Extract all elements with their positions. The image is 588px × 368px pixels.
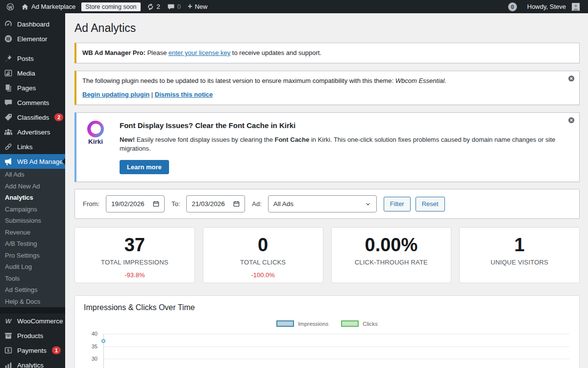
submenu-item-pro-settings[interactable]: Pro Settings bbox=[0, 250, 65, 262]
submenu-item-revenue[interactable]: Revenue bbox=[0, 227, 65, 238]
stat-label: TOTAL CLICKS bbox=[207, 259, 319, 266]
legend-item-clicks[interactable]: Clicks bbox=[341, 320, 378, 327]
main-content: Ad Analytics WB Ad Manager Pro: Please e… bbox=[65, 13, 588, 368]
to-date-input[interactable]: 21/03/2026 bbox=[186, 195, 245, 212]
calendar-icon[interactable] bbox=[152, 200, 160, 208]
kirki-font-cache-bold: Font Cache bbox=[274, 136, 309, 143]
elementor-icon bbox=[4, 34, 13, 43]
stat-value: 0.00% bbox=[336, 234, 447, 257]
sidebar-item-payments[interactable]: $Payments1 bbox=[0, 343, 65, 358]
submenu-item-tools[interactable]: Tools bbox=[0, 273, 65, 285]
legend-swatch bbox=[341, 320, 359, 327]
sidebar-item-analytics[interactable]: Analytics bbox=[0, 358, 65, 368]
updates-menu[interactable]: 2 bbox=[143, 0, 164, 13]
site-name: Ad Marketplace bbox=[31, 3, 75, 10]
megaphone-icon bbox=[4, 157, 13, 166]
sidebar-item-label: Comments bbox=[17, 99, 49, 107]
sidebar-item-dashboard[interactable]: Dashboard bbox=[0, 17, 65, 31]
enter-license-key-link[interactable]: enter your license key bbox=[169, 49, 230, 56]
to-label: To: bbox=[172, 200, 180, 208]
sidebar-main-menu: DashboardElementorPostsMediaPagesComment… bbox=[0, 17, 65, 169]
links-icon bbox=[4, 142, 13, 151]
sidebar-item-posts[interactable]: Posts bbox=[0, 51, 65, 66]
filter-button[interactable]: Filter bbox=[384, 197, 411, 211]
calendar-icon[interactable] bbox=[233, 200, 240, 208]
howdy-text: Howdy, Steve bbox=[527, 3, 566, 10]
submenu-item-ad-settings[interactable]: Ad Settings bbox=[0, 284, 65, 296]
avatar bbox=[572, 3, 580, 11]
from-date-input[interactable]: 19/02/2026 bbox=[106, 195, 165, 212]
submenu-item-all-ads[interactable]: All Ads bbox=[0, 169, 65, 181]
submenu-item-submissions[interactable]: Submissions bbox=[0, 215, 65, 227]
chart-gridline bbox=[103, 346, 569, 347]
chart-title: Impressions & Clicks Over Time bbox=[84, 303, 570, 312]
submenu-item-add-new-ad[interactable]: Add New Ad bbox=[0, 181, 65, 192]
learn-more-button[interactable]: Learn more bbox=[120, 160, 169, 174]
site-name-menu[interactable]: Ad Marketplace bbox=[18, 0, 79, 13]
tag-icon bbox=[4, 113, 13, 122]
stat-card-total-clicks: 0TOTAL CLICKS-100.0% bbox=[203, 227, 323, 283]
stat-delta: -100.0% bbox=[207, 271, 319, 279]
filter-bar: From: 19/02/2026 To: 21/03/2026 Ad: All … bbox=[74, 189, 580, 219]
sidebar-item-label: WooCommerce bbox=[17, 317, 63, 325]
dismiss-notice-icon[interactable] bbox=[567, 75, 575, 82]
coming-soon-badge[interactable]: Store coming soon bbox=[81, 2, 140, 11]
from-label: From: bbox=[83, 200, 99, 208]
sidebar-item-classifieds[interactable]: Classifieds2 bbox=[0, 110, 65, 125]
new-content-menu[interactable]: + New bbox=[184, 0, 211, 13]
stat-card-click-through-rate: 0.00%CLICK-THROUGH RATE bbox=[331, 227, 452, 283]
stat-card-unique-visitors: 1UNIQUE VISITORS bbox=[459, 227, 580, 283]
comments-icon bbox=[4, 98, 13, 107]
admin-bar-right: 0 Howdy, Steve bbox=[508, 0, 583, 13]
y-axis-tick-label: 40 bbox=[84, 331, 98, 337]
kirki-new-bold: New! bbox=[120, 136, 135, 143]
submenu-item-help-docs[interactable]: Help & Docs bbox=[0, 296, 65, 308]
sidebar-item-woocommerce[interactable]: WWooCommerce bbox=[0, 314, 65, 328]
sidebar-item-wb-ad-manager[interactable]: WB Ad Manager bbox=[0, 154, 65, 169]
wordpress-icon bbox=[6, 3, 14, 11]
account-menu[interactable]: Howdy, Steve bbox=[524, 0, 583, 13]
impressions-data-point[interactable] bbox=[101, 339, 105, 343]
sidebar: DashboardElementorPostsMediaPagesComment… bbox=[0, 13, 65, 368]
sidebar-item-products[interactable]: Products bbox=[0, 328, 65, 343]
legend-item-impressions[interactable]: Impressions bbox=[276, 320, 328, 327]
count-badge: 2 bbox=[54, 113, 63, 121]
submenu-item-analytics[interactable]: Analytics bbox=[0, 192, 65, 204]
home-icon bbox=[21, 3, 29, 11]
sidebar-item-comments[interactable]: Comments bbox=[0, 95, 65, 110]
legend-label: Clicks bbox=[363, 321, 378, 327]
sidebar-item-label: WB Ad Manager bbox=[17, 158, 65, 166]
admin-bar: Ad Marketplace Store coming soon 2 0 + N… bbox=[0, 0, 588, 13]
link-separator: | bbox=[151, 91, 153, 98]
submenu-item-campaigns[interactable]: Campaigns bbox=[0, 204, 65, 215]
comment-bubble-icon bbox=[167, 3, 175, 11]
dismiss-this-notice-link[interactable]: Dismiss this notice bbox=[155, 91, 213, 98]
active-menu-arrow-icon bbox=[62, 158, 65, 165]
wordpress-logo-menu[interactable] bbox=[3, 0, 18, 13]
legend-label: Impressions bbox=[298, 321, 328, 327]
new-label: New bbox=[195, 3, 207, 10]
stat-value: 1 bbox=[464, 234, 575, 257]
y-axis-tick-label: 30 bbox=[84, 356, 98, 362]
submenu-item-a-b-testing[interactable]: A/B Testing bbox=[0, 238, 65, 250]
kirki-notice: Kirki Font Display Issues? Clear the Fon… bbox=[74, 112, 580, 183]
chevron-down-icon bbox=[365, 201, 371, 208]
sidebar-item-label: Links bbox=[17, 143, 33, 151]
reset-button[interactable]: Reset bbox=[416, 197, 445, 211]
sidebar-item-elementor[interactable]: Elementor bbox=[0, 31, 65, 46]
sidebar-item-links[interactable]: Links bbox=[0, 139, 65, 154]
comments-count: 0 bbox=[177, 3, 181, 10]
sidebar-item-media[interactable]: Media bbox=[0, 66, 65, 80]
notification-count-badge[interactable]: 0 bbox=[508, 2, 517, 11]
pages-icon bbox=[4, 83, 13, 92]
dismiss-kirki-notice-icon[interactable] bbox=[567, 116, 575, 124]
sidebar-item-advertisers[interactable]: Advertisers bbox=[0, 125, 65, 139]
ad-select[interactable]: All Ads bbox=[268, 195, 377, 212]
admin-bar-left: Ad Marketplace Store coming soon 2 0 + N… bbox=[3, 0, 211, 13]
comments-menu[interactable]: 0 bbox=[164, 0, 184, 13]
plus-icon: + bbox=[188, 2, 192, 10]
sidebar-item-pages[interactable]: Pages bbox=[0, 80, 65, 95]
submenu-item-audit-log[interactable]: Audit Log bbox=[0, 261, 65, 273]
stat-delta: -93.8% bbox=[79, 271, 191, 279]
begin-updating-plugin-link[interactable]: Begin updating plugin bbox=[82, 91, 149, 98]
